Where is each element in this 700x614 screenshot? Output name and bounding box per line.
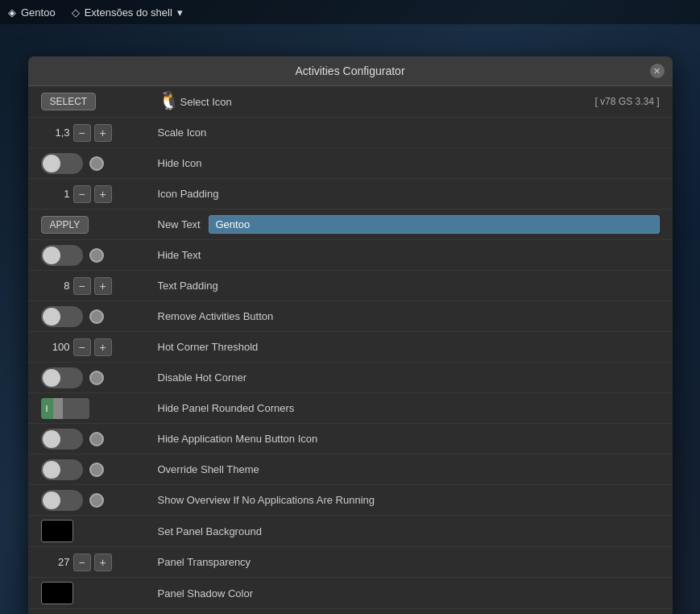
apply-button[interactable]: APPLY	[41, 216, 89, 234]
row-new-text: APPLY New Text	[28, 210, 673, 240]
dialog-body: SELECT 🐧 Select Icon [ v78 GS 3.34 ] 1,3…	[28, 86, 673, 614]
toggle-indicator	[89, 248, 104, 263]
decrement-button[interactable]: −	[73, 554, 91, 571]
increment-button[interactable]: +	[94, 338, 112, 356]
dialog-title: Activities Configurator	[295, 64, 404, 77]
toggle-knob	[43, 155, 60, 172]
spinner-value: 100	[41, 341, 70, 353]
toggle-show-overview	[41, 490, 158, 511]
increment-button[interactable]: +	[94, 277, 112, 295]
toggle-indicator	[89, 309, 104, 324]
select-icon-control: SELECT	[41, 93, 158, 110]
chevron-down-icon: ▾	[177, 6, 183, 19]
row-label: Set Panel Background	[158, 525, 660, 537]
toggle-override-shell-theme	[41, 459, 158, 480]
decrement-button[interactable]: −	[73, 124, 91, 142]
row-label: Panel Shadow Color	[158, 587, 660, 599]
toggle-switch[interactable]	[41, 459, 83, 480]
row-hide-icon: Hide Icon	[28, 148, 673, 179]
toggle-switch[interactable]	[41, 306, 83, 327]
toggle-hide-application-menu-button-icon	[41, 429, 158, 450]
row-label: Hide Text	[158, 249, 660, 261]
row-label: Hide Panel Rounded Corners	[158, 402, 660, 414]
new-text-input[interactable]	[209, 215, 660, 234]
apply-control: APPLY	[41, 216, 158, 234]
increment-button[interactable]: +	[94, 185, 112, 203]
toggle-io-switch[interactable]: I	[41, 398, 89, 419]
spinner-icon-padding: 1 − +	[41, 185, 158, 203]
toggle-hide-text	[41, 245, 158, 266]
decrement-button[interactable]: −	[73, 277, 91, 295]
toggle-switch[interactable]	[41, 429, 83, 450]
select-button[interactable]: SELECT	[41, 93, 97, 110]
toggle-remove-activities-button	[41, 306, 158, 327]
toggle-indicator	[89, 463, 104, 477]
row-hide-application-menu-button-icon: Hide Application Menu Button Icon	[28, 424, 673, 454]
dialog-header: Activities Configurator ✕	[28, 56, 673, 86]
toggle-indicator	[89, 432, 104, 446]
toggle-switch[interactable]	[41, 245, 83, 266]
color-swatch[interactable]	[41, 520, 73, 542]
activities-configurator-dialog: Activities Configurator ✕ SELECT 🐧 Selec…	[28, 56, 673, 614]
row-label: Show Overview If No Applications Are Run…	[158, 494, 660, 506]
row-panel-shadow-color: Panel Shadow Color	[28, 578, 673, 609]
row-remove-activities-button: Remove Activities Button	[28, 301, 673, 332]
spinner-panel-transparency: 27 − +	[41, 554, 158, 571]
increment-button[interactable]: +	[94, 554, 112, 571]
topbar-brand: ◈ Gentoo	[8, 6, 56, 19]
toggle-knob	[43, 461, 60, 479]
row-hide-panel-rounded-corners: I Hide Panel Rounded Corners	[28, 393, 673, 424]
activities-icon: 🐧	[158, 90, 180, 113]
toggle-indicator	[89, 371, 104, 385]
color-set-panel-background	[41, 520, 158, 542]
toggle-switch[interactable]	[41, 367, 83, 388]
color-swatch[interactable]	[41, 582, 73, 604]
spinner-value: 8	[41, 280, 70, 292]
toggle-switch[interactable]	[41, 490, 83, 511]
gentoo-icon: ◈	[8, 6, 16, 19]
row-label: Hide Application Menu Button Icon	[158, 433, 660, 445]
row-select-icon: SELECT 🐧 Select Icon [ v78 GS 3.34 ]	[28, 86, 673, 118]
toggle-knob	[43, 369, 60, 387]
row-hot-corner-threshold: 100 − + Hot Corner Threshold	[28, 332, 673, 363]
toggle-switch[interactable]	[41, 153, 83, 174]
increment-button[interactable]: +	[94, 124, 112, 142]
row-hide-text: Hide Text	[28, 240, 673, 271]
toggle-io-off	[53, 398, 63, 419]
spinner-value: 1	[41, 188, 70, 200]
close-button[interactable]: ✕	[650, 64, 665, 78]
spinner-value: 27	[41, 556, 70, 568]
row-label: Select Icon	[180, 96, 595, 108]
extensions-label: Extensões do shell	[85, 6, 172, 19]
extensions-icon: ◇	[72, 6, 80, 19]
row-label: Text Padding	[158, 280, 660, 292]
decrement-button[interactable]: −	[73, 185, 91, 203]
spinner-scale-icon: 1,3 − +	[41, 124, 158, 142]
version-label: [ v78 GS 3.34 ]	[594, 96, 659, 107]
row-icon-padding: 1 − + Icon Padding	[28, 179, 673, 210]
toggle-io-on: I	[41, 398, 53, 419]
row-label: Remove Activities Button	[158, 310, 660, 322]
row-panel-transparency: 27 − + Panel Transparency	[28, 547, 673, 578]
spinner-text-padding: 8 − +	[41, 277, 158, 295]
row-override-shell-theme: Override Shell Theme	[28, 454, 673, 485]
toggle-knob	[43, 492, 60, 509]
row-label: Hot Corner Threshold	[158, 341, 660, 353]
row-label: Panel Transparency	[158, 556, 660, 568]
toggle-indicator	[89, 156, 104, 171]
row-set-panel-background: Set Panel Background	[28, 516, 673, 547]
row-label: Disable Hot Corner	[158, 371, 660, 384]
row-disable-hot-corner: Disable Hot Corner	[28, 363, 673, 393]
row-show-overview: Show Overview If No Applications Are Run…	[28, 485, 673, 516]
toggle-io-hide-panel-rounded-corners: I	[41, 398, 158, 419]
topbar-menu[interactable]: ◇ Extensões do shell ▾	[72, 6, 183, 19]
brand-label: Gentoo	[21, 6, 56, 19]
row-label: Icon Padding	[158, 188, 660, 200]
decrement-button[interactable]: −	[73, 338, 91, 356]
spinner-value: 1,3	[41, 127, 70, 139]
row-scale-icon: 1,3 − + Scale Icon	[28, 118, 673, 148]
topbar: ◈ Gentoo ◇ Extensões do shell ▾	[0, 0, 700, 24]
toggle-knob	[43, 430, 60, 448]
toggle-knob	[43, 247, 60, 264]
toggle-disable-hot-corner	[41, 367, 158, 388]
